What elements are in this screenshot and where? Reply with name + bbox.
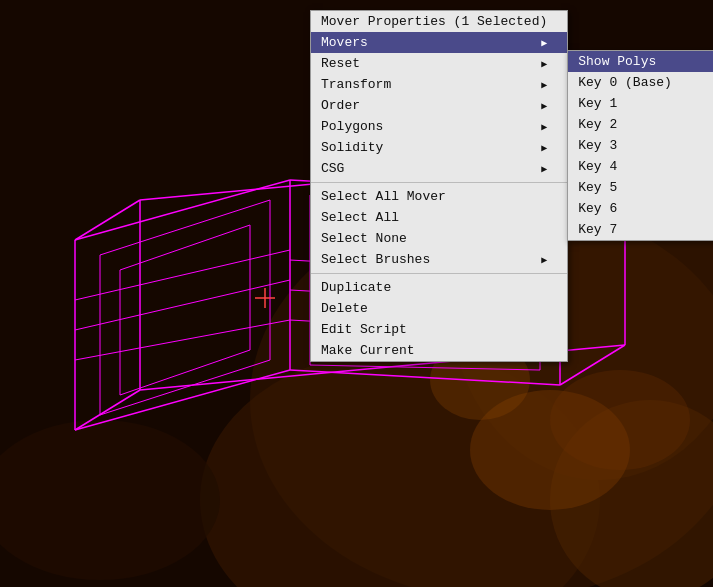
- menu-item-select-all[interactable]: Select All: [311, 207, 567, 228]
- menu-separator-1: [311, 182, 567, 183]
- menu-item-delete[interactable]: Delete: [311, 298, 567, 319]
- arrow-icon: ▶: [541, 37, 547, 49]
- arrow-icon: ▶: [541, 142, 547, 154]
- menu-item-solidity[interactable]: Solidity ▶: [311, 137, 567, 158]
- context-menu: Mover Properties (1 Selected) Movers ▶ S…: [310, 10, 568, 362]
- arrow-icon: ▶: [541, 254, 547, 266]
- svg-point-10: [550, 370, 690, 470]
- menu-item-csg[interactable]: CSG ▶: [311, 158, 567, 179]
- submenu-item-key7[interactable]: Key 7: [568, 219, 713, 240]
- submenu-item-key5[interactable]: Key 5: [568, 177, 713, 198]
- submenu-item-key2[interactable]: Key 2: [568, 114, 713, 135]
- menu-item-movers-wrapper: Movers ▶ Show Polys Key 0 (Base) Key 1 K…: [311, 32, 567, 53]
- menu-item-polygons[interactable]: Polygons ▶: [311, 116, 567, 137]
- menu-item-order[interactable]: Order ▶: [311, 95, 567, 116]
- arrow-icon: ▶: [541, 100, 547, 112]
- arrow-icon: ▶: [541, 79, 547, 91]
- menu-item-duplicate[interactable]: Duplicate: [311, 277, 567, 298]
- submenu-item-show-polys[interactable]: Show Polys: [568, 51, 713, 72]
- menu-item-select-brushes[interactable]: Select Brushes ▶: [311, 249, 567, 270]
- submenu-item-key3[interactable]: Key 3: [568, 135, 713, 156]
- submenu-item-key4[interactable]: Key 4: [568, 156, 713, 177]
- menu-item-reset[interactable]: Reset ▶: [311, 53, 567, 74]
- menu-item-transform[interactable]: Transform ▶: [311, 74, 567, 95]
- menu-item-mover-properties[interactable]: Mover Properties (1 Selected): [311, 11, 567, 32]
- menu-item-select-all-mover[interactable]: Select All Mover: [311, 186, 567, 207]
- submenu-item-key0[interactable]: Key 0 (Base): [568, 72, 713, 93]
- arrow-icon: ▶: [541, 163, 547, 175]
- menu-separator-2: [311, 273, 567, 274]
- menu-item-movers[interactable]: Movers ▶: [311, 32, 567, 53]
- submenu-item-key6[interactable]: Key 6: [568, 198, 713, 219]
- submenu-item-key1[interactable]: Key 1: [568, 93, 713, 114]
- arrow-icon: ▶: [541, 58, 547, 70]
- menu-item-edit-script[interactable]: Edit Script: [311, 319, 567, 340]
- menu-item-select-none[interactable]: Select None: [311, 228, 567, 249]
- movers-submenu: Show Polys Key 0 (Base) Key 1 Key 2 Key …: [567, 50, 713, 241]
- arrow-icon: ▶: [541, 121, 547, 133]
- menu-item-make-current[interactable]: Make Current: [311, 340, 567, 361]
